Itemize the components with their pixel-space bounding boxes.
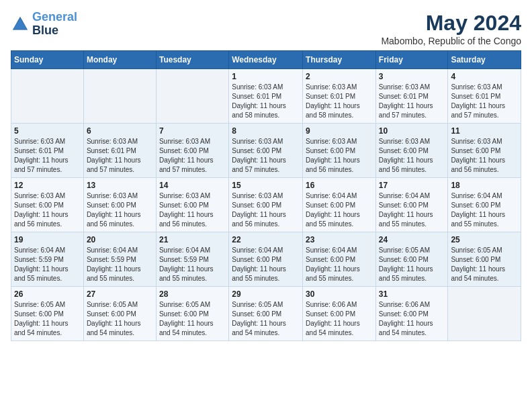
day-info: Sunrise: 6:03 AM Sunset: 6:00 PM Dayligh… bbox=[232, 191, 300, 229]
calendar-cell: 14Sunrise: 6:03 AM Sunset: 6:00 PM Dayli… bbox=[156, 178, 228, 232]
calendar-cell: 29Sunrise: 6:05 AM Sunset: 6:00 PM Dayli… bbox=[229, 287, 303, 341]
day-info: Sunrise: 6:05 AM Sunset: 6:00 PM Dayligh… bbox=[379, 246, 445, 283]
calendar-cell: 3Sunrise: 6:03 AM Sunset: 6:01 PM Daylig… bbox=[375, 69, 448, 124]
calendar-cell: 9Sunrise: 6:03 AM Sunset: 6:00 PM Daylig… bbox=[303, 124, 376, 178]
day-info: Sunrise: 6:03 AM Sunset: 6:00 PM Dayligh… bbox=[379, 137, 445, 175]
day-number: 28 bbox=[159, 289, 226, 299]
day-info: Sunrise: 6:04 AM Sunset: 6:00 PM Dayligh… bbox=[379, 191, 445, 229]
day-number: 17 bbox=[379, 181, 445, 190]
day-info: Sunrise: 6:06 AM Sunset: 6:00 PM Dayligh… bbox=[306, 300, 373, 338]
calendar-week-row: 26Sunrise: 6:05 AM Sunset: 6:00 PM Dayli… bbox=[11, 287, 521, 341]
day-number: 11 bbox=[451, 126, 518, 136]
calendar-cell: 27Sunrise: 6:05 AM Sunset: 6:00 PM Dayli… bbox=[83, 287, 156, 341]
day-number: 23 bbox=[306, 235, 373, 244]
calendar-cell: 8Sunrise: 6:03 AM Sunset: 6:00 PM Daylig… bbox=[229, 124, 303, 178]
title-block: May 2024 Mabombo, Republic of the Congo bbox=[381, 11, 521, 46]
day-info: Sunrise: 6:05 AM Sunset: 6:00 PM Dayligh… bbox=[159, 300, 226, 338]
day-number: 8 bbox=[232, 126, 300, 136]
calendar-cell bbox=[83, 69, 156, 124]
calendar-week-row: 1Sunrise: 6:03 AM Sunset: 6:01 PM Daylig… bbox=[11, 69, 521, 124]
day-number: 2 bbox=[306, 72, 373, 81]
calendar-cell: 12Sunrise: 6:03 AM Sunset: 6:00 PM Dayli… bbox=[11, 178, 84, 232]
day-number: 30 bbox=[306, 289, 373, 299]
calendar-cell: 6Sunrise: 6:03 AM Sunset: 6:01 PM Daylig… bbox=[83, 124, 156, 178]
calendar-cell bbox=[448, 287, 521, 341]
day-number: 13 bbox=[87, 181, 153, 190]
svg-marker-1 bbox=[13, 18, 27, 28]
calendar-week-row: 5Sunrise: 6:03 AM Sunset: 6:01 PM Daylig… bbox=[11, 124, 521, 178]
calendar-cell: 23Sunrise: 6:04 AM Sunset: 6:00 PM Dayli… bbox=[303, 232, 376, 287]
day-number: 16 bbox=[306, 181, 373, 190]
day-number: 14 bbox=[159, 181, 226, 190]
day-number: 3 bbox=[379, 72, 445, 81]
day-info: Sunrise: 6:03 AM Sunset: 6:01 PM Dayligh… bbox=[306, 83, 373, 120]
weekday-header-cell: Friday bbox=[375, 51, 448, 69]
day-info: Sunrise: 6:04 AM Sunset: 6:00 PM Dayligh… bbox=[451, 191, 518, 229]
day-number: 21 bbox=[159, 235, 226, 244]
day-number: 7 bbox=[159, 126, 226, 136]
day-number: 4 bbox=[451, 72, 518, 81]
day-info: Sunrise: 6:05 AM Sunset: 6:00 PM Dayligh… bbox=[14, 300, 81, 338]
day-info: Sunrise: 6:03 AM Sunset: 6:00 PM Dayligh… bbox=[14, 191, 81, 229]
calendar-cell: 28Sunrise: 6:05 AM Sunset: 6:00 PM Dayli… bbox=[156, 287, 228, 341]
calendar-cell: 2Sunrise: 6:03 AM Sunset: 6:01 PM Daylig… bbox=[303, 69, 376, 124]
calendar-body: 1Sunrise: 6:03 AM Sunset: 6:01 PM Daylig… bbox=[11, 69, 521, 341]
calendar-cell: 30Sunrise: 6:06 AM Sunset: 6:00 PM Dayli… bbox=[303, 287, 376, 341]
day-info: Sunrise: 6:05 AM Sunset: 6:00 PM Dayligh… bbox=[232, 300, 300, 338]
location: Mabombo, Republic of the Congo bbox=[381, 36, 521, 46]
logo-text: General Blue bbox=[32, 11, 77, 38]
weekday-header-cell: Wednesday bbox=[229, 51, 303, 69]
weekday-header-cell: Monday bbox=[83, 51, 156, 69]
logo-icon bbox=[11, 15, 30, 34]
calendar-cell bbox=[156, 69, 228, 124]
weekday-header-cell: Saturday bbox=[448, 51, 521, 69]
day-number: 9 bbox=[306, 126, 373, 136]
day-info: Sunrise: 6:03 AM Sunset: 6:01 PM Dayligh… bbox=[87, 137, 153, 175]
calendar-week-row: 12Sunrise: 6:03 AM Sunset: 6:00 PM Dayli… bbox=[11, 178, 521, 232]
calendar-cell: 31Sunrise: 6:06 AM Sunset: 6:00 PM Dayli… bbox=[375, 287, 448, 341]
calendar-cell: 19Sunrise: 6:04 AM Sunset: 5:59 PM Dayli… bbox=[11, 232, 84, 287]
day-info: Sunrise: 6:04 AM Sunset: 6:00 PM Dayligh… bbox=[306, 246, 373, 283]
weekday-header-cell: Tuesday bbox=[156, 51, 228, 69]
calendar-cell: 17Sunrise: 6:04 AM Sunset: 6:00 PM Dayli… bbox=[375, 178, 448, 232]
day-info: Sunrise: 6:03 AM Sunset: 6:00 PM Dayligh… bbox=[306, 137, 373, 175]
day-number: 24 bbox=[379, 235, 445, 244]
day-info: Sunrise: 6:04 AM Sunset: 5:59 PM Dayligh… bbox=[14, 246, 81, 283]
calendar-cell: 21Sunrise: 6:04 AM Sunset: 5:59 PM Dayli… bbox=[156, 232, 228, 287]
calendar-cell bbox=[11, 69, 84, 124]
month-year: May 2024 bbox=[381, 11, 521, 36]
day-info: Sunrise: 6:03 AM Sunset: 6:00 PM Dayligh… bbox=[451, 137, 518, 175]
page-header: General Blue May 2024 Mabombo, Republic … bbox=[11, 11, 521, 46]
weekday-header-row: SundayMondayTuesdayWednesdayThursdayFrid… bbox=[11, 51, 521, 69]
day-info: Sunrise: 6:03 AM Sunset: 6:01 PM Dayligh… bbox=[232, 83, 300, 120]
day-info: Sunrise: 6:03 AM Sunset: 6:01 PM Dayligh… bbox=[379, 83, 445, 120]
day-info: Sunrise: 6:04 AM Sunset: 5:59 PM Dayligh… bbox=[87, 246, 153, 283]
day-number: 20 bbox=[87, 235, 153, 244]
day-number: 27 bbox=[87, 289, 153, 299]
calendar-cell: 7Sunrise: 6:03 AM Sunset: 6:00 PM Daylig… bbox=[156, 124, 228, 178]
day-number: 26 bbox=[14, 289, 81, 299]
day-number: 10 bbox=[379, 126, 445, 136]
day-number: 29 bbox=[232, 289, 300, 299]
calendar-table: SundayMondayTuesdayWednesdayThursdayFrid… bbox=[11, 50, 521, 341]
day-info: Sunrise: 6:06 AM Sunset: 6:00 PM Dayligh… bbox=[379, 300, 445, 338]
day-info: Sunrise: 6:03 AM Sunset: 6:00 PM Dayligh… bbox=[232, 137, 300, 175]
day-number: 15 bbox=[232, 181, 300, 190]
calendar-cell: 11Sunrise: 6:03 AM Sunset: 6:00 PM Dayli… bbox=[448, 124, 521, 178]
day-info: Sunrise: 6:03 AM Sunset: 6:00 PM Dayligh… bbox=[159, 191, 226, 229]
weekday-header-cell: Sunday bbox=[11, 51, 84, 69]
weekday-header-cell: Thursday bbox=[303, 51, 376, 69]
calendar-cell: 4Sunrise: 6:03 AM Sunset: 6:01 PM Daylig… bbox=[448, 69, 521, 124]
day-info: Sunrise: 6:04 AM Sunset: 6:00 PM Dayligh… bbox=[232, 246, 300, 283]
day-number: 19 bbox=[14, 235, 81, 244]
day-info: Sunrise: 6:03 AM Sunset: 6:01 PM Dayligh… bbox=[14, 137, 81, 175]
calendar-cell: 15Sunrise: 6:03 AM Sunset: 6:00 PM Dayli… bbox=[229, 178, 303, 232]
day-info: Sunrise: 6:03 AM Sunset: 6:00 PM Dayligh… bbox=[87, 191, 153, 229]
calendar-cell: 5Sunrise: 6:03 AM Sunset: 6:01 PM Daylig… bbox=[11, 124, 84, 178]
logo: General Blue bbox=[11, 11, 77, 38]
calendar-cell: 26Sunrise: 6:05 AM Sunset: 6:00 PM Dayli… bbox=[11, 287, 84, 341]
day-number: 22 bbox=[232, 235, 300, 244]
day-number: 6 bbox=[87, 126, 153, 136]
day-number: 12 bbox=[14, 181, 81, 190]
day-number: 25 bbox=[451, 235, 518, 244]
